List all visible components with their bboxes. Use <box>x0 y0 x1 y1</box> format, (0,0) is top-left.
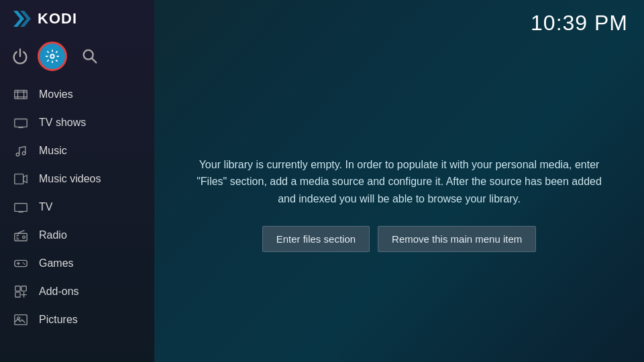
tv-icon <box>13 200 28 215</box>
top-icons-bar <box>0 38 154 78</box>
svg-point-13 <box>23 262 24 263</box>
enter-files-button[interactable]: Enter files section <box>262 226 370 252</box>
sidebar: KODI Movies <box>0 0 154 362</box>
library-empty-message: Your library is currently empty. In orde… <box>195 156 604 208</box>
sidebar-item-music[interactable]: Music <box>0 137 154 165</box>
games-icon <box>13 256 28 271</box>
svg-rect-9 <box>15 204 27 212</box>
sidebar-item-tv-label: TV <box>39 201 52 213</box>
movies-icon <box>13 87 28 102</box>
svg-point-14 <box>24 263 25 265</box>
svg-point-6 <box>16 153 19 156</box>
top-bar: 10:39 PM <box>154 0 644 46</box>
main-nav: Movies TV shows Music Music vide <box>0 78 154 362</box>
sidebar-item-movies[interactable]: Movies <box>0 80 154 109</box>
sidebar-item-musicvideos-label: Music videos <box>39 173 101 185</box>
pictures-icon <box>13 312 28 327</box>
sidebar-item-pictures[interactable]: Pictures <box>0 306 154 334</box>
app-title: KODI <box>38 10 77 27</box>
svg-rect-16 <box>21 286 26 291</box>
sidebar-item-tvshows[interactable]: TV shows <box>0 109 154 137</box>
sidebar-item-radio[interactable]: Radio <box>0 221 154 249</box>
svg-point-11 <box>23 236 25 239</box>
sidebar-item-musicvideos[interactable]: Music videos <box>0 165 154 193</box>
sidebar-item-movies-label: Movies <box>39 88 73 101</box>
settings-button[interactable] <box>38 42 67 71</box>
tvshows-icon <box>13 115 28 130</box>
app-header: KODI <box>0 0 154 38</box>
svg-rect-12 <box>15 260 27 266</box>
radio-icon <box>13 228 28 243</box>
remove-menu-item-button[interactable]: Remove this main menu item <box>378 226 536 252</box>
gear-icon <box>45 49 60 64</box>
sidebar-item-addons-label: Add-ons <box>39 286 79 298</box>
sidebar-item-radio-label: Radio <box>39 229 67 241</box>
sidebar-item-addons[interactable]: Add-ons <box>0 278 154 306</box>
sidebar-item-games[interactable]: Games <box>0 249 154 278</box>
sidebar-item-pictures-label: Pictures <box>39 314 78 326</box>
search-icon[interactable] <box>80 47 99 66</box>
action-buttons-group: Enter files section Remove this main men… <box>262 226 537 252</box>
svg-rect-4 <box>15 90 27 99</box>
sidebar-item-tvshows-label: TV shows <box>39 117 86 129</box>
svg-rect-5 <box>15 119 27 127</box>
addons-icon <box>13 284 28 299</box>
sidebar-item-games-label: Games <box>39 257 74 269</box>
clock-display: 10:39 PM <box>531 11 628 36</box>
svg-rect-17 <box>15 292 20 297</box>
power-icon[interactable] <box>11 47 30 66</box>
svg-rect-15 <box>15 286 20 291</box>
sidebar-item-tv[interactable]: TV <box>0 193 154 221</box>
kodi-logo-icon <box>11 8 32 29</box>
sidebar-item-music-label: Music <box>39 145 67 157</box>
svg-point-2 <box>50 54 54 58</box>
library-section: Your library is currently empty. In orde… <box>154 46 644 362</box>
music-icon <box>13 143 28 158</box>
musicvideos-icon <box>13 172 28 186</box>
main-content: 10:39 PM Your library is currently empty… <box>154 0 644 362</box>
svg-rect-8 <box>15 174 23 184</box>
